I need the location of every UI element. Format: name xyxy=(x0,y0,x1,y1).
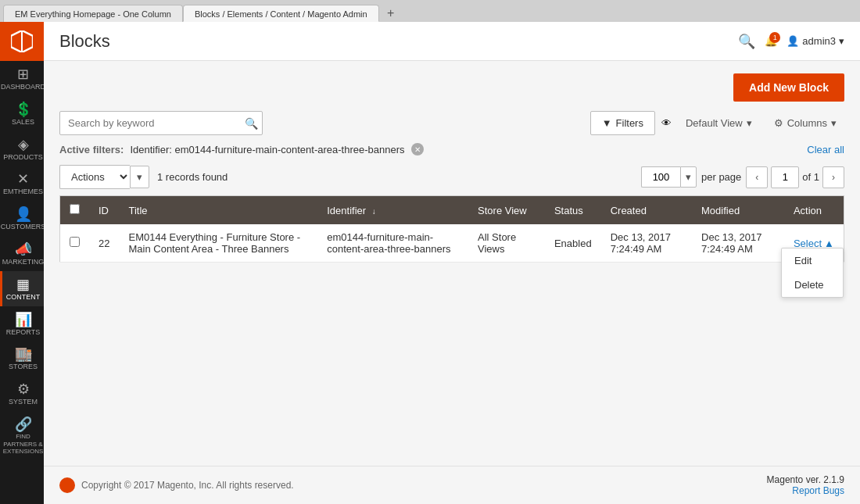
content-icon: ▦ xyxy=(16,277,30,291)
sidebar-item-emthemes[interactable]: ✕ EMTHEMES xyxy=(0,166,44,201)
admin-user-menu[interactable]: 👤 admin3 ▾ xyxy=(787,35,844,47)
sidebar-item-label: DASHBOARD xyxy=(1,83,44,91)
per-page-dropdown-button[interactable]: ▾ xyxy=(680,166,697,188)
select-all-checkbox[interactable] xyxy=(70,204,80,214)
active-filters-row: Active filters: Identifier: em0144-furni… xyxy=(59,143,844,155)
find-partners-icon: 🔗 xyxy=(15,417,32,431)
chevron-down-icon: ▾ xyxy=(839,35,844,47)
view-label: Default View xyxy=(686,117,743,129)
sidebar-item-content[interactable]: ▦ CONTENT xyxy=(0,271,44,306)
columns-button[interactable]: ⚙ Columns ▾ xyxy=(766,112,844,134)
sidebar: ⊞ DASHBOARD 💲 SALES ◈ PRODUCTS ✕ EMTHEME… xyxy=(0,22,44,504)
row-modified: Dec 13, 2017 7:24:49 AM xyxy=(692,224,784,263)
products-icon: ◈ xyxy=(18,138,29,152)
row-id: 22 xyxy=(89,224,119,263)
pagination-prev-button[interactable]: ‹ xyxy=(746,166,768,188)
sidebar-item-system[interactable]: ⚙ SYSTEM xyxy=(0,376,44,411)
th-checkbox xyxy=(60,196,90,225)
top-bar: Blocks 🔍 🔔 1 👤 admin3 ▾ xyxy=(44,22,860,61)
table-row: 22 EM0144 Everything - Furniture Store -… xyxy=(60,224,844,263)
th-action: Action xyxy=(784,196,844,225)
search-input[interactable] xyxy=(59,111,263,135)
sidebar-item-label: CONTENT xyxy=(6,293,41,302)
th-store-view: Store View xyxy=(468,196,545,225)
footer-version: Magento ver. 2.1.9 xyxy=(767,474,844,485)
records-row: Actions ▾ 1 records found ▾ per page ‹ o… xyxy=(59,165,844,189)
filters-button[interactable]: ▼ Filters xyxy=(590,111,655,135)
sidebar-item-label: CUSTOMERS xyxy=(1,223,44,231)
sidebar-item-dashboard[interactable]: ⊞ DASHBOARD xyxy=(0,61,44,96)
filter-icon: ▼ xyxy=(602,117,612,129)
search-submit-button[interactable]: 🔍 xyxy=(245,117,258,130)
filter-tag-text: Identifier: em0144-furniture-main-conten… xyxy=(130,144,404,155)
notification-bell[interactable]: 🔔 1 xyxy=(765,35,777,47)
browser-tab-2[interactable]: Blocks / Elements / Content / Magento Ad… xyxy=(183,5,379,22)
page-title: Blocks xyxy=(59,31,110,52)
footer-right: Magento ver. 2.1.9 Report Bugs xyxy=(767,474,844,496)
default-view-button[interactable]: Default View ▾ xyxy=(678,112,760,134)
sidebar-item-label: MARKETING xyxy=(2,258,44,266)
sidebar-item-customers[interactable]: 👤 CUSTOMERS xyxy=(0,201,44,236)
browser-tab-1[interactable]: EM Everything Homepage - One Column xyxy=(3,5,183,22)
sidebar-item-label: STORES xyxy=(9,363,38,371)
row-identifier: em0144-furniture-main-content-area-three… xyxy=(317,224,468,263)
admin-user-label: admin3 xyxy=(802,35,836,47)
sidebar-item-sales[interactable]: 💲 SALES xyxy=(0,96,44,131)
sidebar-item-label: REPORTS xyxy=(6,328,40,337)
footer-logo xyxy=(59,477,75,493)
search-box: 🔍 xyxy=(59,111,263,135)
per-page-input-wrap: ▾ xyxy=(641,166,697,188)
pagination-current-input[interactable] xyxy=(771,166,799,188)
edit-menu-item[interactable]: Edit xyxy=(782,248,843,273)
add-new-block-button[interactable]: Add New Block xyxy=(733,73,844,102)
add-tab-button[interactable]: + xyxy=(382,5,400,22)
th-modified: Modified xyxy=(692,196,784,225)
sort-icon: ↓ xyxy=(372,207,376,216)
delete-menu-item[interactable]: Delete xyxy=(782,273,843,297)
row-checkbox[interactable] xyxy=(70,237,80,247)
row-checkbox-cell xyxy=(60,224,90,263)
pagination-next-button[interactable]: › xyxy=(822,166,844,188)
chevron-down-icon: ▾ xyxy=(831,117,837,129)
filters-row: 🔍 ▼ Filters 👁 Default View ▾ ⚙ Columns ▾ xyxy=(59,111,844,135)
chevron-down-icon: ▾ xyxy=(747,117,752,129)
marketing-icon: 📣 xyxy=(15,242,32,256)
th-id: ID xyxy=(89,196,119,225)
per-page-wrap: ▾ per page ‹ of 1 › xyxy=(641,166,844,188)
th-identifier[interactable]: Identifier ↓ xyxy=(317,196,468,225)
footer-left: Copyright © 2017 Magento, Inc. All right… xyxy=(59,477,294,493)
emthemes-icon: ✕ xyxy=(17,172,29,186)
row-action-cell: Select ▲ Edit Delete xyxy=(784,224,844,263)
th-created: Created xyxy=(601,196,692,225)
sidebar-item-products[interactable]: ◈ PRODUCTS xyxy=(0,131,44,166)
dashboard-icon: ⊞ xyxy=(17,67,29,81)
per-page-input[interactable] xyxy=(641,166,680,188)
row-store-view: All Store Views xyxy=(468,224,545,263)
sidebar-item-stores[interactable]: 🏬 STORES xyxy=(0,341,44,376)
clear-all-button[interactable]: Clear all xyxy=(807,144,844,155)
main-content: Blocks 🔍 🔔 1 👤 admin3 ▾ Add New Block xyxy=(44,22,860,504)
sidebar-item-label: PRODUCTS xyxy=(3,153,43,162)
filter-tag-remove-button[interactable]: ✕ xyxy=(411,143,424,155)
top-bar-right: 🔍 🔔 1 👤 admin3 ▾ xyxy=(738,33,844,50)
pagination: ‹ of 1 › xyxy=(746,166,844,188)
stores-icon: 🏬 xyxy=(15,347,32,361)
action-dropdown-menu: Edit Delete xyxy=(781,248,844,298)
actions-dropdown-button[interactable]: ▾ xyxy=(130,166,149,188)
report-bugs-link[interactable]: Report Bugs xyxy=(792,485,844,496)
page-content: Add New Block 🔍 ▼ Filters 👁 Default View… xyxy=(44,61,860,466)
customers-icon: 👤 xyxy=(15,207,32,221)
actions-select[interactable]: Actions xyxy=(59,165,130,189)
active-filters-label: Active filters: xyxy=(59,144,124,155)
sidebar-item-find-partners[interactable]: 🔗 FIND PARTNERS & EXTENSIONS xyxy=(0,411,44,460)
per-page-label: per page xyxy=(701,171,741,183)
action-bar: Add New Block xyxy=(59,61,844,111)
sidebar-item-marketing[interactable]: 📣 MARKETING xyxy=(0,236,44,271)
filters-label: Filters xyxy=(616,117,643,129)
blocks-table: ID Title Identifier ↓ Store View Status … xyxy=(59,195,844,263)
search-icon[interactable]: 🔍 xyxy=(738,33,755,50)
records-found: 1 records found xyxy=(157,171,228,183)
sidebar-item-reports[interactable]: 📊 REPORTS xyxy=(0,306,44,341)
columns-label: Columns xyxy=(787,117,827,129)
sidebar-item-label: EMTHEMES xyxy=(3,188,43,196)
